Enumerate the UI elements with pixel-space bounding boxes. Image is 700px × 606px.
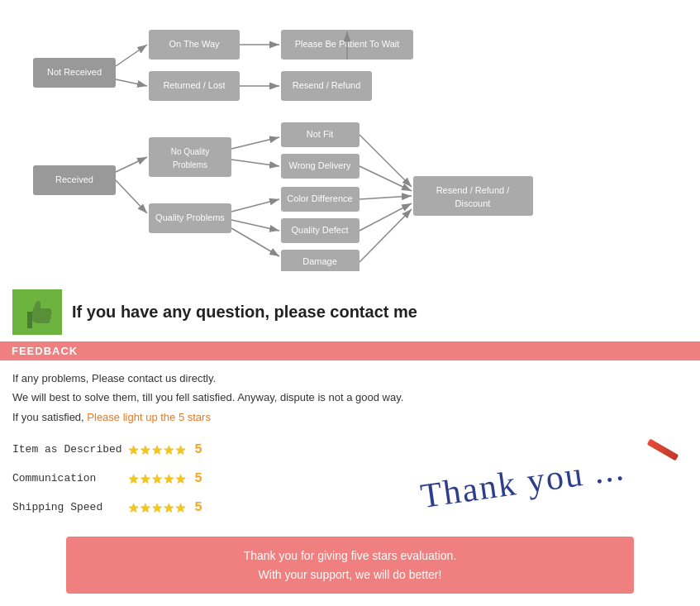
feedback-line3: If you satisfied, Please light up the 5 … [12,408,688,427]
arrow-not-received-onway [116,45,147,66]
star-2-5: ★ [175,467,186,489]
feedback-line3-prefix: If you satisfied, [12,411,87,423]
contact-text: If you have any question, please contact… [72,303,417,322]
resend-refund-discount-box [413,176,533,216]
flowchart-wrapper: Not Received On The Way Returned / Lost … [17,15,686,271]
arrow-not-received-returned [116,79,147,86]
feedback-line3-highlight: Please light up the 5 stars [87,411,211,423]
arrow-noq-wrong [231,160,279,166]
star-1-2: ★ [140,438,150,460]
thank-you-text: Thank you ... [418,448,627,516]
flowchart-svg: Not Received On The Way Returned / Lost … [17,15,686,271]
star-3-1: ★ [128,496,139,518]
star-3-5: ★ [175,496,186,518]
star-row-1: Item as Described ★ ★ ★ ★ ★ 5 [12,438,342,460]
no-quality-label2: Problems [173,160,207,169]
on-the-way-label: On The Way [169,39,220,49]
star-3-3: ★ [152,496,163,518]
star-row-3: Shipping Speed ★ ★ ★ ★ ★ 5 [12,496,342,518]
received-label: Received [55,174,93,184]
no-quality-box [149,137,231,177]
thankyou-banner: Thank you for giving five stars evaluati… [66,537,634,594]
wrong-delivery-label: Wrong Delivery [289,160,351,170]
stars-section: Item as Described ★ ★ ★ ★ ★ 5 Communicat… [0,432,700,533]
arrow-qp-color [231,199,279,212]
quality-problems-label: Quality Problems [155,212,225,222]
stars-1: ★ ★ ★ ★ ★ [128,438,186,460]
arrow-received-noq [116,157,147,172]
arrow-noq-notfit [231,137,279,149]
thumbs-up-icon [12,289,62,335]
not-fit-label: Not Fit [307,129,333,139]
thankyou-line1: Thank you for giving five stars evaluati… [83,546,617,565]
star-1-3: ★ [152,438,163,460]
star-2-3: ★ [152,467,163,489]
star-label-3: Shipping Speed [12,501,128,513]
thankyou-line2: With your support, we will do better! [83,565,617,584]
thumbs-up-svg [21,297,54,328]
stars-right: Thank you ... [359,438,688,525]
pen-icon [647,439,679,461]
stars-2: ★ ★ ★ ★ ★ [128,467,186,489]
contact-section: If you have any question, please contact… [0,283,700,341]
star-count-3: 5 [194,500,202,515]
arrow-color-rrd [360,196,412,199]
resend-refund-top-label: Resend / Refund [293,80,361,90]
not-received-label: Not Received [47,67,102,77]
feedback-line2: We will best to solve them, till you fel… [12,388,688,407]
star-1-4: ★ [164,438,174,460]
arrow-received-qp [116,180,147,213]
feedback-body: If any problems, Please contact us direc… [0,360,700,432]
feedback-header: FEEDBACK [0,341,700,360]
star-label-2: Communication [12,472,128,484]
star-3-4: ★ [164,496,174,518]
feedback-line1: If any problems, Please contact us direc… [12,369,688,388]
star-count-2: 5 [194,471,202,486]
damage-label: Damage [302,256,337,266]
color-difference-label: Color Difference [287,193,352,203]
star-1-1: ★ [128,438,139,460]
star-2-2: ★ [140,467,150,489]
resend-refund-discount-label2: Discount [455,198,491,208]
star-label-1: Item as Described [12,443,128,456]
star-2-4: ★ [164,467,174,489]
stars-left: Item as Described ★ ★ ★ ★ ★ 5 Communicat… [12,438,342,525]
star-row-2: Communication ★ ★ ★ ★ ★ 5 [12,467,342,489]
no-quality-label1: No Quality [171,147,210,156]
resend-refund-discount-label1: Resend / Refund / [436,185,511,195]
star-2-1: ★ [128,467,139,489]
arrow-qp-damage [231,228,279,256]
stars-3: ★ ★ ★ ★ ★ [128,496,186,518]
star-1-5: ★ [175,438,186,460]
flowchart-section: Not Received On The Way Returned / Lost … [0,0,700,279]
returned-lost-label: Returned / Lost [163,80,225,90]
arrow-qp-defect [231,220,279,231]
star-3-2: ★ [140,496,150,518]
star-count-1: 5 [194,442,202,457]
quality-defect-label: Quality Defect [291,225,348,235]
